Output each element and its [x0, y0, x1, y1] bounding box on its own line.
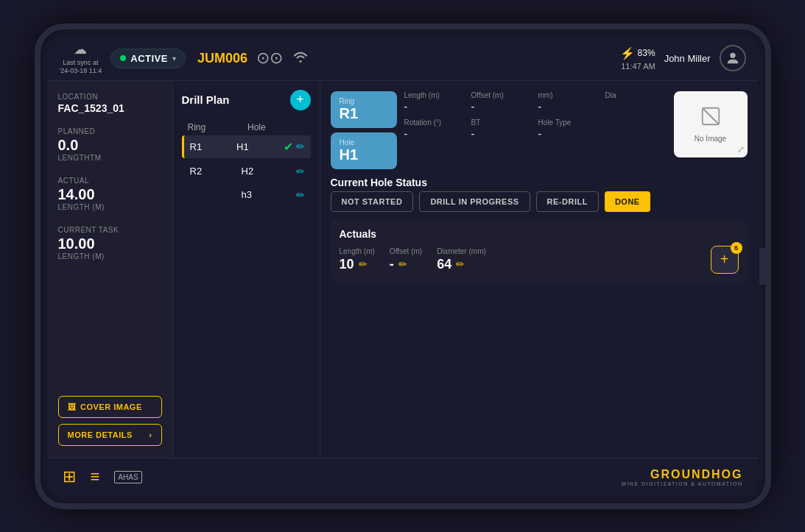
hole-cell: H1 [236, 141, 281, 152]
sidebar-current-task: Current Task 10.00 Length (m) [58, 226, 162, 262]
drill-plan-header: Drill Plan + [182, 90, 311, 110]
location-icon: ⊙⊙ [256, 49, 283, 68]
rotation-label: Rotation (°) [404, 118, 465, 127]
current-task-value: 10.00 [58, 235, 162, 252]
hole-info-row: Ring R1 Hole H1 Length (m) - [331, 91, 748, 169]
hole-details-grid: Length (m) - Offset (m) - mm) - Dia [404, 91, 667, 169]
bt-value: - [471, 128, 532, 140]
svg-line-2 [702, 108, 719, 125]
offset-value: - [471, 101, 532, 113]
active-dot [120, 55, 126, 61]
avatar[interactable] [720, 45, 746, 71]
current-task-unit: Length (m) [58, 252, 162, 260]
hole-box-value: H1 [340, 146, 388, 163]
image-icon: 🖼 [68, 402, 77, 411]
sidebar-planned: Planned 0.0 lengthtm [58, 127, 162, 163]
drill-row[interactable]: R2 H2 ✏ [182, 161, 311, 182]
hole-type-detail: Hole Type - [538, 118, 600, 140]
edit-icon[interactable]: ✏ [296, 141, 305, 152]
top-bar: ☁ Last sync at '24-03-18 11:4 ACTIVE ▾ J… [48, 37, 758, 81]
battery-area: ⚡ 83% 11:47 AM [620, 46, 655, 71]
hole-type-value: - [538, 128, 600, 140]
planned-unit: lengthtm [58, 154, 162, 162]
hole-cell: H2 [242, 166, 290, 177]
diameter-edit-icon[interactable]: ✏ [456, 258, 465, 270]
mm-value: - [538, 101, 600, 113]
bt-label: BT [471, 118, 532, 127]
grid-icon[interactable]: ⊞ [63, 467, 76, 486]
re-drill-button[interactable]: RE-DRILL [536, 191, 599, 212]
sidebar-location: Location FAC_1523_01 [58, 93, 162, 114]
mm-label: mm) [538, 91, 600, 99]
length-value: - [404, 101, 465, 113]
drill-row[interactable]: h3 ✏ [182, 185, 311, 205]
wifi-icon [292, 50, 309, 67]
hole-column-header: Hole [247, 122, 305, 132]
battery-icon: ⚡ [620, 46, 635, 60]
device-id: JUM006 [197, 51, 247, 66]
drill-in-progress-button[interactable]: DRILL IN PROGRESS [419, 191, 530, 212]
current-task-label: Current Task [58, 226, 162, 234]
length-actual-field: Length (m) 10 ✏ [340, 247, 375, 272]
chevron-right-icon: › [149, 430, 152, 439]
ahas-logo: AHAS [114, 471, 141, 483]
right-panel: Ring R1 Hole H1 Length (m) - [320, 81, 758, 458]
ring-column-header: Ring [188, 122, 245, 132]
check-icon: ✔ [284, 140, 293, 154]
length-actual-label: Length (m) [340, 247, 375, 255]
offset-edit-icon[interactable]: ✏ [398, 258, 407, 270]
more-details-button[interactable]: MORE DETAILS › [58, 424, 162, 446]
add-drill-button[interactable]: + [290, 90, 311, 110]
length-edit-icon[interactable]: ✏ [359, 258, 368, 270]
offset-actual-field: Offset (m) - ✏ [390, 247, 422, 272]
actuals-title: Actuals [340, 228, 739, 240]
time-display: 11:47 AM [621, 62, 655, 71]
dia-label: Dia [605, 91, 667, 99]
cover-image-button[interactable]: 🖼 COVER IMAGE [58, 396, 162, 418]
list-icon[interactable]: ≡ [91, 467, 100, 486]
drill-row[interactable]: R1 H1 ✔ ✏ [182, 135, 311, 158]
user-name: John Miller [664, 53, 711, 64]
hole-box[interactable]: Hole H1 [331, 132, 397, 169]
edit-icon[interactable]: ✏ [296, 166, 305, 177]
actual-unit: Length (m) [58, 203, 162, 211]
no-image-icon [700, 105, 722, 132]
drill-plan-title: Drill Plan [182, 93, 230, 106]
offset-detail: Offset (m) - [471, 91, 532, 113]
length-actual-value: 10 [340, 257, 354, 272]
hole-cell: h3 [242, 189, 290, 200]
drill-table-header: Ring Hole [182, 119, 311, 135]
current-hole-status-title: Current Hole Status [331, 177, 748, 188]
plus-icon: + [720, 251, 729, 268]
edit-icon[interactable]: ✏ [296, 189, 305, 201]
expand-icon[interactable]: ⤢ [737, 144, 745, 155]
ring-box[interactable]: Ring R1 [331, 91, 397, 128]
groundhog-logo: GROUNDHOG MINE DIGITIZATION & AUTOMATION [622, 468, 742, 486]
ring-cell: R1 [190, 141, 234, 152]
actual-value: 14.00 [58, 186, 162, 203]
offset-actual-label: Offset (m) [390, 247, 422, 255]
ring-cell: R2 [190, 166, 239, 177]
ring-box-label: Ring [340, 97, 388, 105]
svg-point-0 [730, 53, 735, 58]
actual-label: Actual [58, 177, 162, 185]
add-photo-button[interactable]: + 6 [711, 246, 739, 274]
location-value: FAC_1523_01 [58, 102, 162, 114]
status-buttons: NOT STARTED DRILL IN PROGRESS RE-DRILL D… [331, 191, 748, 212]
rotation-value: - [404, 128, 465, 140]
sidebar-actual: Actual 14.00 Length (m) [58, 177, 162, 213]
no-image-label: No Image [695, 135, 726, 143]
active-badge[interactable]: ACTIVE ▾ [110, 49, 186, 68]
sync-area: ☁ Last sync at '24-03-18 11:4 [60, 41, 102, 75]
done-button[interactable]: DONE [605, 191, 650, 212]
actuals-section: Actuals Length (m) 10 ✏ Offset (m) [331, 219, 748, 283]
length-label: Length (m) [404, 91, 465, 99]
offset-actual-value: - [390, 257, 394, 272]
diameter-actual-value: 64 [437, 257, 451, 272]
diameter-actual-field: Diameter (mm) 64 ✏ [437, 247, 486, 272]
battery-percent: 83% [638, 48, 655, 58]
actuals-row: Length (m) 10 ✏ Offset (m) - ✏ [340, 246, 739, 274]
not-started-button[interactable]: NOT STARTED [331, 191, 414, 212]
cloud-icon: ☁ [74, 41, 87, 57]
no-image-box[interactable]: No Image ⤢ [674, 91, 748, 157]
